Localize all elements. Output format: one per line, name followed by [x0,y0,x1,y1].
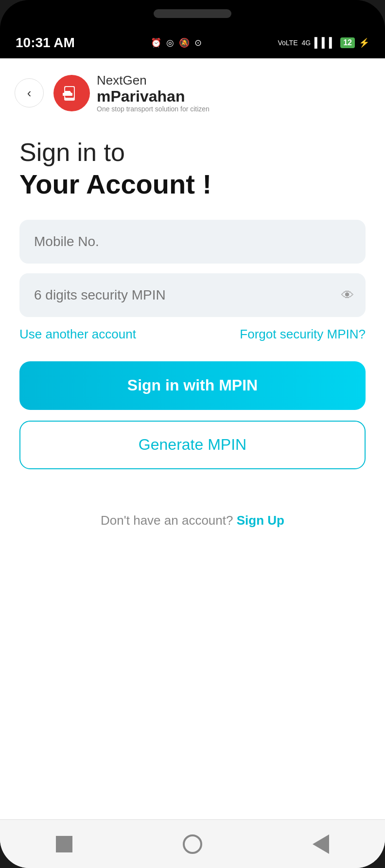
logo-tagline: One stop transport solution for citizen [97,105,210,113]
back-icon [313,834,329,854]
status-time: 10:31 AM [16,35,75,51]
notch-pill [154,9,231,18]
phone-frame: 10:31 AM ⏰ ◎ 🔕 ⊙ VoLTE 4G ▍▍▍ 12 ⚡ ‹ [0,0,385,868]
back-chevron-icon: ‹ [27,86,32,101]
toggle-password-icon[interactable]: 👁 [341,287,354,302]
signup-link[interactable]: Sign Up [237,513,284,528]
charging-icon: ⚡ [359,37,369,48]
battery-indicator: 12 [340,37,355,48]
spacer [0,528,385,819]
logo-container: NextGen mParivahan One stop transport so… [53,73,210,113]
signal-icon2: ⊙ [194,37,202,48]
signin-title-line2: Your Account ! [19,168,366,200]
status-icons: ⏰ ◎ 🔕 ⊙ [151,37,202,48]
whatsapp-icon: ◎ [166,37,174,48]
app-header: ‹ NextGen mPa [0,58,385,123]
car-icon [60,83,84,103]
nav-stop-button[interactable] [52,832,76,856]
logo-nextgen: NextGen [97,73,210,88]
screen-content: ‹ NextGen mPa [0,58,385,868]
footer-signup-section: Don't have an account? Sign Up [19,513,366,528]
no-account-text: Don't have an account? [101,513,233,528]
use-another-account-link[interactable]: Use another account [19,327,136,342]
mpin-input-wrapper: 👁 [19,273,366,317]
notch-bar [0,0,385,27]
bottom-nav-bar [0,819,385,868]
sign-in-button[interactable]: Sign in with MPIN [19,361,366,410]
stop-icon [56,836,72,852]
status-right: VoLTE 4G ▍▍▍ 12 ⚡ [278,37,369,49]
links-row: Use another account Forgot security MPIN… [19,327,366,342]
signin-title-line1: Sign in to [19,137,366,167]
alarm-icon: ⏰ [151,37,161,48]
mobile-input[interactable] [19,220,366,264]
logo-text: NextGen mParivahan One stop transport so… [97,73,210,113]
nav-back-button[interactable] [309,832,333,856]
signin-section: Sign in to Your Account ! 👁 Use another … [0,123,385,528]
notify-icon: 🔕 [179,37,190,48]
4g-icon: 4G [302,39,311,47]
back-button[interactable]: ‹ [15,78,44,107]
volte-icon: VoLTE [278,39,298,47]
nav-home-button[interactable] [180,832,205,856]
app-logo-icon [53,75,90,111]
logo-mparivahan: mParivahan [97,88,210,105]
mpin-input[interactable] [19,273,366,317]
generate-mpin-button[interactable]: Generate MPIN [19,421,366,469]
home-icon [183,834,202,854]
signal-bars: ▍▍▍ [315,37,336,49]
svg-rect-4 [63,93,72,96]
status-bar: 10:31 AM ⏰ ◎ 🔕 ⊙ VoLTE 4G ▍▍▍ 12 ⚡ [0,27,385,58]
forgot-mpin-link[interactable]: Forgot security MPIN? [240,327,366,342]
